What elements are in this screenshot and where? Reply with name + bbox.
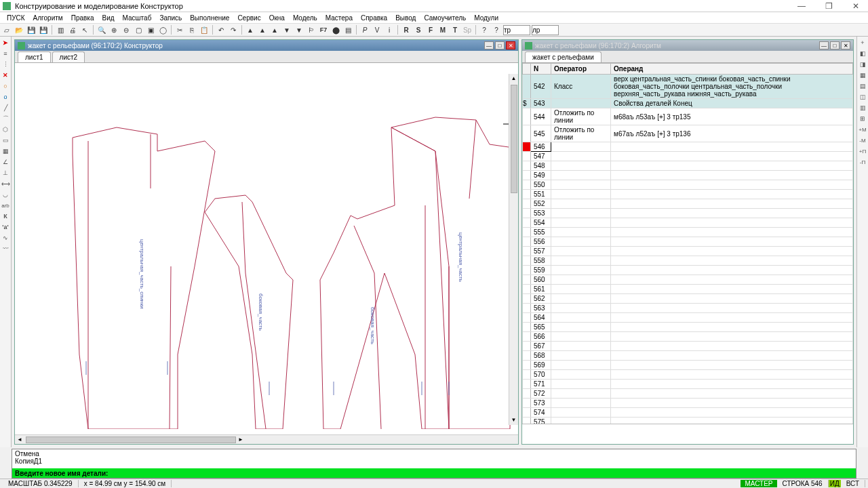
whatsthis-icon[interactable]: ? xyxy=(491,24,502,35)
table-row[interactable]: 567 xyxy=(523,342,853,351)
toolbar-input-2[interactable] xyxy=(532,25,559,35)
zoom-window-icon[interactable]: ▣ xyxy=(145,24,156,35)
zoom-in-icon[interactable]: ⊕ xyxy=(108,24,119,35)
tool-dim-icon[interactable]: ⟷ xyxy=(1,179,10,188)
rtool-1-icon[interactable]: ◧ xyxy=(858,49,867,58)
algorithm-titlebar[interactable]: жакет с рельефами (96:170:2) Алгоритм — … xyxy=(522,40,853,51)
doc-maximize-button[interactable]: □ xyxy=(495,41,505,49)
pan-icon[interactable]: ◯ xyxy=(157,24,168,35)
table-row[interactable]: 560 xyxy=(523,275,853,285)
table-row[interactable]: 570 xyxy=(523,370,853,380)
doc-minimize-button[interactable]: — xyxy=(484,41,494,49)
info-button[interactable]: i xyxy=(384,24,395,35)
tool-circle-icon[interactable]: ○ xyxy=(1,81,10,91)
menu-edit[interactable]: Правка xyxy=(67,14,98,22)
tool-spline-icon[interactable]: ∿ xyxy=(1,233,10,243)
menu-windows[interactable]: Окна xyxy=(265,14,289,22)
paste-icon[interactable]: 📋 xyxy=(199,24,210,35)
table-row[interactable]: 561 xyxy=(523,285,853,294)
menu-output[interactable]: Вывод xyxy=(391,14,420,22)
table-row[interactable]: 563 xyxy=(523,304,853,313)
algo-minimize-button[interactable]: — xyxy=(819,41,829,49)
tool-line-icon[interactable]: ╱ xyxy=(1,103,10,113)
tool-x-icon[interactable]: ✕ xyxy=(1,70,10,80)
rtool-n-icon[interactable]: +Π xyxy=(858,146,867,156)
tool-a-icon[interactable]: 'а' xyxy=(1,222,10,232)
new-icon[interactable]: ▱ xyxy=(1,24,12,35)
table-row[interactable]: 562 xyxy=(523,294,853,304)
rtool-6-icon[interactable]: ▥ xyxy=(858,103,867,113)
tool-list-icon[interactable]: ≡ xyxy=(1,49,10,58)
doc-close-button[interactable]: ✕ xyxy=(506,41,515,49)
print-preview-icon[interactable]: ▥ xyxy=(55,24,66,35)
tool-angle-icon[interactable]: ∠ xyxy=(1,157,10,167)
s-button[interactable]: S xyxy=(413,24,424,35)
table-row[interactable]: 565 xyxy=(523,323,853,332)
tool-arb-icon[interactable]: arb xyxy=(1,201,10,210)
algo-tab[interactable]: жакет с рельефами xyxy=(525,52,601,62)
tab-sheet2[interactable]: лист2 xyxy=(52,52,85,62)
cut-icon[interactable]: ✂ xyxy=(174,24,185,35)
constructor-titlebar[interactable]: жакет с рельефами (96:170:2) Конструктор… xyxy=(15,40,518,51)
menu-record[interactable]: Запись xyxy=(155,14,186,22)
maximize-button[interactable]: ❐ xyxy=(819,1,838,11)
rtool-m2-icon[interactable]: -M xyxy=(858,136,867,145)
zoom-icon[interactable]: 🔍 xyxy=(96,24,107,35)
table-row[interactable]: 568 xyxy=(523,351,853,361)
table-row[interactable]: 547 xyxy=(523,152,853,161)
table-row[interactable]: 573 xyxy=(523,399,853,408)
rtool-np-icon[interactable]: -Π xyxy=(858,157,867,167)
menu-view[interactable]: Вид xyxy=(98,14,118,22)
table-row[interactable]: 549 xyxy=(523,171,853,180)
table-row[interactable]: 569 xyxy=(523,361,853,370)
marker-icon[interactable]: ▲ xyxy=(269,24,280,35)
tool-rect-icon[interactable]: ▭ xyxy=(1,136,10,145)
col-n[interactable]: N xyxy=(531,64,551,75)
tool-shape-icon[interactable]: ⬡ xyxy=(1,125,10,134)
record-icon[interactable]: ⬤ xyxy=(330,24,341,35)
table-row[interactable]: 550 xyxy=(523,180,853,190)
close-button[interactable]: ✕ xyxy=(846,1,865,11)
table-row[interactable]: 556 xyxy=(523,237,853,247)
open-icon[interactable]: 📂 xyxy=(14,24,24,35)
redo-icon[interactable]: ↷ xyxy=(228,24,239,35)
rtool-3-icon[interactable]: ▦ xyxy=(858,70,867,80)
table-row[interactable]: 566 xyxy=(523,332,853,342)
tool-arc-icon[interactable]: ◡ xyxy=(1,190,10,199)
menu-scale[interactable]: Масштаб xyxy=(119,14,156,22)
print-icon[interactable]: 🖨 xyxy=(67,24,78,35)
menu-execute[interactable]: Выполнение xyxy=(186,14,233,22)
table-row[interactable]: 542Классверх центральная_часть_спинки бо… xyxy=(523,75,853,99)
tool-curve-icon[interactable]: ⌒ xyxy=(1,114,10,123)
p-button[interactable]: P xyxy=(359,24,370,35)
undo-icon[interactable]: ↶ xyxy=(216,24,226,35)
algorithm-table[interactable]: N Оператор Операнд 542Классверх централь… xyxy=(522,63,853,424)
horizontal-scrollbar[interactable] xyxy=(15,434,518,444)
drawing-canvas[interactable]: центральная_часть_спинки боковая_часть б… xyxy=(15,63,518,434)
tool-k-icon[interactable]: К xyxy=(1,211,10,221)
copy-icon[interactable]: ⎘ xyxy=(186,24,197,35)
table-row[interactable]: 553 xyxy=(523,209,853,218)
command-prompt[interactable]: Введите новое имя детали: xyxy=(12,468,856,478)
minimize-button[interactable]: — xyxy=(792,1,811,11)
step-up-icon[interactable]: ▲ xyxy=(257,24,268,35)
table-row[interactable]: 551 xyxy=(523,190,853,199)
menu-masters[interactable]: Мастера xyxy=(321,14,357,22)
tab-sheet1[interactable]: лист1 xyxy=(18,52,51,62)
help-icon[interactable]: ? xyxy=(479,24,490,35)
tool-perp-icon[interactable]: ⊥ xyxy=(1,168,10,178)
table-row[interactable]: 558 xyxy=(523,256,853,266)
table-row[interactable]: 574 xyxy=(523,408,853,418)
m-button[interactable]: M xyxy=(437,24,448,35)
r-button[interactable]: R xyxy=(401,24,412,35)
save-icon[interactable]: 💾 xyxy=(26,24,37,35)
menu-service[interactable]: Сервис xyxy=(233,14,264,22)
table-row[interactable]: 548 xyxy=(523,161,853,171)
algo-close-button[interactable]: ✕ xyxy=(841,41,850,49)
menu-algorithm[interactable]: Алгоритм xyxy=(29,14,67,22)
col-operand[interactable]: Операнд xyxy=(611,64,853,75)
table-row[interactable]: 575 xyxy=(523,418,853,424)
table-row[interactable]: 555 xyxy=(523,228,853,237)
table-row[interactable]: 552 xyxy=(523,199,853,209)
zoom-out-icon[interactable]: ⊖ xyxy=(121,24,132,35)
